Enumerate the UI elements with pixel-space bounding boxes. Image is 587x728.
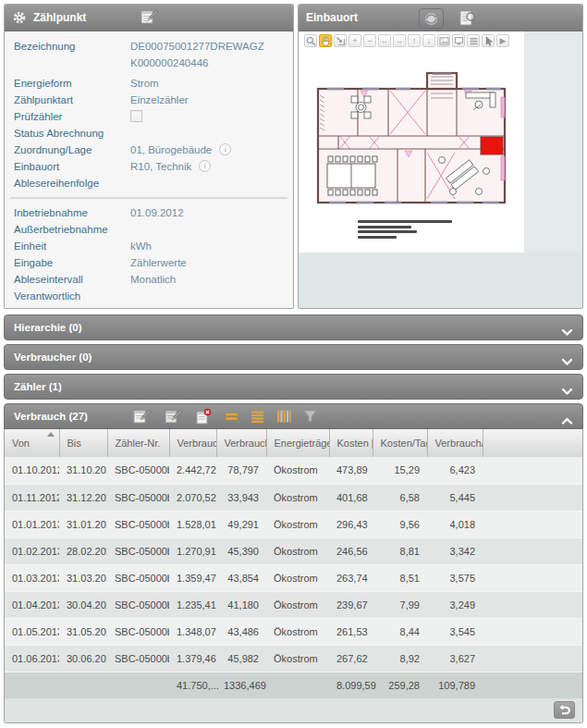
column-header-4[interactable]: Verbrauch	[169, 429, 216, 457]
section-title: Hierarchie (0)	[14, 322, 82, 333]
column-header-5[interactable]: Verbrauch/T	[216, 429, 266, 457]
cell: 8,81	[373, 537, 427, 564]
cell: 261,53	[329, 618, 373, 645]
cell: 30.04.2013	[59, 591, 107, 618]
table-row[interactable]: 01.06.201330.06.2013SBC-05000b...1.379,4…	[5, 645, 582, 672]
cell: 263,74	[329, 564, 373, 591]
verbrauch-table: VonBisZähler-Nr.VerbrauchVerbrauch/TEner…	[5, 429, 582, 698]
column-header-2[interactable]: Bis	[59, 429, 107, 457]
cell: 3,575	[427, 564, 483, 591]
cell-filler	[483, 511, 582, 537]
cell: 267,62	[329, 645, 373, 672]
table-row[interactable]: 01.11.201231.12.2012SBC-05000b...2.070,5…	[5, 484, 582, 511]
column-header-6[interactable]: Energieträger	[266, 429, 329, 457]
cell: 01.03.2013	[5, 564, 59, 591]
totals-cell: 1336,469	[216, 672, 266, 698]
list-view-icon[interactable]	[251, 410, 264, 423]
column-header-7[interactable]: Kosten [€]	[329, 429, 373, 457]
pan-right-icon[interactable]: →	[393, 34, 406, 47]
field-value: 01, Bürogebäudei	[130, 142, 284, 158]
field-label: Außerbetriebnahme	[14, 221, 130, 238]
bar-chart-icon[interactable]	[276, 410, 291, 423]
einbauort-header: Einbauort	[299, 5, 582, 31]
section-title: Verbraucher (0)	[14, 352, 92, 363]
field-value: 01.09.2012	[130, 204, 284, 221]
field-row: Ablesereihenfolge	[5, 175, 293, 191]
cell: 01.06.2013	[5, 645, 59, 672]
field-label: Status Abrechnung	[14, 125, 130, 142]
select-icon[interactable]	[482, 34, 495, 47]
table-row[interactable]: 01.05.201331.05.2013SBC-05000b...1.348,0…	[5, 618, 582, 645]
pruefzaehler-checkbox[interactable]	[130, 110, 142, 122]
two-bars-view-icon[interactable]	[225, 410, 238, 423]
energy-management-page: Zählpunkt BezeichnungDE00075001277DREWAG…	[0, 0, 587, 728]
section-bar-1[interactable]: Hierarchie (0)	[4, 315, 583, 340]
map-toolbar: +−←→↑↓▶	[304, 34, 509, 47]
pan-down-icon[interactable]: ↓	[422, 34, 435, 47]
field-value-text: kWh	[130, 238, 152, 254]
document-search-icon[interactable]	[458, 9, 478, 28]
cell: Ökostrom	[266, 645, 329, 672]
column-header-filler	[483, 429, 582, 457]
column-header-8[interactable]: Kosten/Tag [	[373, 429, 427, 457]
cell: 1.359,470	[169, 564, 216, 591]
edit-icon[interactable]	[140, 8, 159, 26]
table-row[interactable]: 01.02.201328.02.2013SBC-05000b...1.270,9…	[5, 537, 582, 564]
full-extent-icon[interactable]	[437, 34, 450, 47]
table-row[interactable]: 01.01.201331.01.2013SBC-05000b...1.528,0…	[5, 511, 582, 537]
field-row: Prüfzähler	[5, 108, 293, 125]
field-value-text: Einzelzähler	[130, 92, 189, 108]
pan-icon[interactable]	[319, 34, 332, 47]
cell: 01.10.2012	[5, 457, 59, 484]
table-row[interactable]: 01.10.201231.10.2012SBC-05000b...2.442,7…	[5, 457, 582, 484]
table-row[interactable]: 01.04.201330.04.2013SBC-05000b...1.235,4…	[5, 591, 582, 618]
delete-icon[interactable]	[195, 408, 213, 426]
forward-icon[interactable]: ▶	[496, 34, 509, 47]
field-label: Verantwortlich	[14, 288, 130, 304]
fit-screen-icon[interactable]	[452, 34, 465, 47]
cell: 43,486	[216, 618, 266, 645]
cell: 8,51	[373, 564, 427, 591]
field-row: Zuordnung/Lage01, Bürogebäudei	[5, 142, 293, 158]
table-row[interactable]: 01.03.201331.03.2013SBC-05000b...1.359,4…	[5, 564, 582, 591]
cell-filler	[483, 457, 582, 484]
column-header-3[interactable]: Zähler-Nr.	[107, 429, 169, 457]
verbrauch-header[interactable]: Verbrauch (27)	[4, 403, 583, 429]
edit-all-icon[interactable]	[164, 408, 183, 426]
field-label: Zählpunktart	[14, 92, 130, 108]
cell: SBC-05000b...	[107, 591, 169, 618]
floor-plan-viewport[interactable]: +−←→↑↓▶	[299, 31, 582, 308]
column-header-9[interactable]: Verbrauch/m	[427, 429, 483, 457]
cell-filler	[483, 537, 582, 564]
zoom-window-icon[interactable]	[304, 34, 317, 47]
section-bar-2[interactable]: Verbraucher (0)	[4, 344, 583, 370]
layers-icon[interactable]	[467, 34, 480, 47]
cell: 246,56	[329, 537, 373, 564]
info-icon[interactable]: i	[199, 160, 211, 172]
cell: Ökostrom	[266, 457, 329, 484]
field-row: EinbauortR10, Techniki	[5, 158, 293, 175]
cell: 01.11.2012	[5, 484, 59, 511]
map-background	[299, 253, 582, 308]
pan-left-icon[interactable]: ←	[378, 34, 391, 47]
chevron-up-icon[interactable]	[561, 413, 573, 429]
column-header-1[interactable]: Von	[5, 429, 59, 457]
cell: 3,342	[427, 537, 483, 564]
edit-icon[interactable]	[132, 408, 152, 426]
cell: 01.01.2013	[5, 511, 59, 537]
refresh-sphere-icon[interactable]	[419, 8, 444, 29]
totals-filler	[483, 672, 582, 698]
filter-icon[interactable]	[303, 410, 317, 423]
undo-icon[interactable]	[554, 701, 575, 719]
cell: 5,445	[427, 484, 483, 511]
info-icon[interactable]: i	[219, 143, 231, 155]
section-bar-3[interactable]: Zähler (1)	[4, 374, 583, 400]
zoom-in-icon[interactable]: +	[349, 34, 361, 47]
zoom-out-icon[interactable]: −	[363, 34, 376, 47]
pan-up-icon[interactable]: ↑	[408, 34, 421, 47]
cell: 45,982	[216, 645, 266, 672]
zoom-extent-icon[interactable]	[334, 34, 347, 47]
field-label: Ableseintervall	[14, 271, 130, 288]
cell-filler	[483, 618, 582, 645]
cell: 1.528,010	[169, 511, 216, 537]
